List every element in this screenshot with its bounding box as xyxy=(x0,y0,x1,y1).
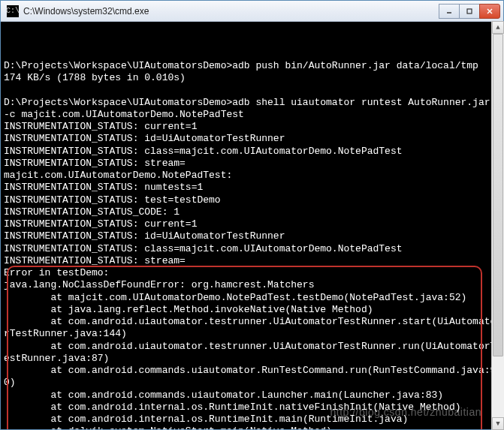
scroll-track[interactable] xyxy=(492,34,504,417)
svg-rect-1 xyxy=(467,9,472,14)
terminal-line: INSTRUMENTATION_STATUS: id=UiAutomatorTe… xyxy=(4,133,500,145)
terminal-line: at com.android.commands.uiautomator.RunT… xyxy=(4,365,500,389)
scroll-up-button[interactable]: ▲ xyxy=(492,21,504,34)
terminal-line: Error in testDemo: xyxy=(4,267,500,279)
terminal-line: at com.android.uiautomator.testrunner.Ui… xyxy=(4,316,500,341)
terminal-line: at com.android.commands.uiautomator.Laun… xyxy=(4,389,500,401)
maximize-button[interactable] xyxy=(459,4,480,19)
terminal-line: INSTRUMENTATION_STATUS: stream= xyxy=(4,255,500,267)
titlebar[interactable]: C:\ C:\Windows\system32\cmd.exe xyxy=(1,1,503,22)
terminal-line: INSTRUMENTATION_STATUS: numtests=1 xyxy=(4,182,500,194)
minimize-icon xyxy=(445,8,453,15)
terminal-line: INSTRUMENTATION_STATUS: id=UiAutomatorTe… xyxy=(4,230,500,242)
terminal-line: at majcit.com.UIAutomatorDemo.NotePadTes… xyxy=(4,292,500,304)
cmd-window: C:\ C:\Windows\system32\cmd.exe D:\Proje… xyxy=(0,0,504,430)
chevron-up-icon: ▲ xyxy=(496,24,499,32)
terminal-line: java.lang.NoClassDefFoundError: org.hamc… xyxy=(4,279,500,291)
terminal-line: at com.android.internal.os.RuntimeInit.m… xyxy=(4,413,500,425)
cmd-icon: C:\ xyxy=(7,5,19,17)
terminal-line: INSTRUMENTATION_STATUS_CODE: 1 xyxy=(4,206,500,218)
terminal-line: majcit.com.UIAutomatorDemo.NotePadTest: xyxy=(4,170,500,182)
terminal-line: at java.lang.reflect.Method.invokeNative… xyxy=(4,304,500,316)
close-button[interactable] xyxy=(479,4,500,19)
scroll-thumb[interactable] xyxy=(493,34,503,356)
terminal-line: INSTRUMENTATION_STATUS: test=testDemo xyxy=(4,194,500,206)
terminal-line: at com.android.uiautomator.testrunner.Ui… xyxy=(4,341,500,365)
window-title: C:\Windows\system32\cmd.exe xyxy=(23,6,439,17)
terminal-line: at com.android.internal.os.RuntimeInit.n… xyxy=(4,401,500,413)
scroll-down-button[interactable]: ▼ xyxy=(492,417,504,430)
terminal-line xyxy=(4,84,500,96)
terminal-line: D:\Projects\Workspace\UIAutomatorsDemo>a… xyxy=(4,60,500,72)
vertical-scrollbar[interactable]: ▲ ▼ xyxy=(491,21,504,430)
terminal-line: D:\Projects\Workspace\UIAutomatorsDemo>a… xyxy=(4,97,500,122)
terminal-line: INSTRUMENTATION_STATUS: class=majcit.com… xyxy=(4,243,500,255)
terminal-line: 174 KB/s (1788 bytes in 0.010s) xyxy=(4,72,500,84)
terminal-line: INSTRUMENTATION_STATUS: current=1 xyxy=(4,121,500,133)
window-controls xyxy=(439,4,500,19)
chevron-down-icon: ▼ xyxy=(496,420,499,428)
maximize-icon xyxy=(466,8,473,15)
terminal-line: at dalvik.system.NativeStart.main(Native… xyxy=(4,425,500,429)
close-icon xyxy=(486,8,493,15)
terminal-line: INSTRUMENTATION_STATUS: class=majcit.com… xyxy=(4,146,500,158)
terminal-line: INSTRUMENTATION_STATUS: stream= xyxy=(4,158,500,170)
terminal-output[interactable]: D:\Projects\Workspace\UIAutomatorsDemo>a… xyxy=(1,22,503,429)
terminal-line: INSTRUMENTATION_STATUS: current=1 xyxy=(4,218,500,230)
minimize-button[interactable] xyxy=(439,4,460,19)
